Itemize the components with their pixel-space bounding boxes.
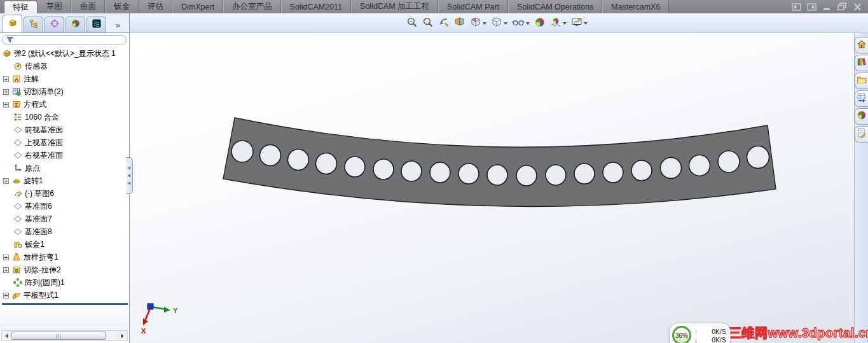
tree-root-label: 弹2 (默认<<默认>_显示状态 1 xyxy=(14,48,116,59)
annotations-icon: A xyxy=(11,74,21,84)
zoom-to-fit-button[interactable] xyxy=(406,16,418,31)
model-canvas[interactable]: Y X xyxy=(130,33,854,343)
scroll-left-icon[interactable] xyxy=(2,331,11,340)
edit-appearance-button[interactable] xyxy=(534,16,546,31)
tree-item-label: 原点 xyxy=(25,163,40,174)
taskpane-design-library-button[interactable] xyxy=(855,55,868,71)
tree-horizontal-scrollbar[interactable] xyxy=(1,330,128,341)
panel-tab-propertymanager[interactable] xyxy=(24,17,43,32)
progress-gauge[interactable]: 36% xyxy=(672,326,691,343)
collapse-right-pane-icon[interactable] xyxy=(806,3,817,11)
tree-item-2[interactable]: 切割清单(2) xyxy=(2,85,129,98)
site-watermark: 三维网www.3dportal.cn xyxy=(729,325,868,342)
expand-plus-icon[interactable] xyxy=(3,255,9,260)
zoom-to-area-button[interactable] xyxy=(422,16,434,31)
view-orientation-button[interactable] xyxy=(469,16,487,31)
tree-item-12[interactable]: 基准面7 xyxy=(2,213,129,225)
tree-filter[interactable] xyxy=(2,35,127,45)
tree-item-10[interactable]: (-) 草图6 xyxy=(2,187,129,200)
expand-plus-icon[interactable] xyxy=(3,178,9,184)
section-view-button[interactable] xyxy=(453,16,466,31)
command-tab-9[interactable]: SolidCAM Part xyxy=(438,0,508,13)
view-orientation-icon xyxy=(470,17,481,31)
dropdown-caret-icon[interactable] xyxy=(483,22,486,25)
command-tab-4[interactable]: 评估 xyxy=(139,0,172,13)
hide-show-items-button[interactable] xyxy=(511,16,530,31)
command-tab-3[interactable]: 钣金 xyxy=(105,0,139,13)
command-tab-0[interactable]: 特征 xyxy=(4,1,38,13)
sketch-icon xyxy=(13,189,22,199)
tree-item-17[interactable]: 阵列(圆周)1 xyxy=(2,276,129,289)
view-settings-button[interactable] xyxy=(570,16,588,31)
tree-item-15[interactable]: 放样折弯1 xyxy=(2,251,129,263)
panel-tab-displaymanager[interactable] xyxy=(65,17,85,32)
scroll-right-icon[interactable] xyxy=(118,331,127,340)
command-tab-7[interactable]: SolidCAM2011 xyxy=(281,0,351,13)
command-tab-2[interactable]: 曲面 xyxy=(71,0,105,13)
flat-pattern-icon xyxy=(11,291,21,300)
minimize-button[interactable] xyxy=(822,3,832,11)
taskpane-appearances-scenes-button[interactable] xyxy=(855,108,868,125)
tree-item-11[interactable]: 基准面6 xyxy=(2,200,129,213)
tree-item-label: 平板型式1 xyxy=(24,290,59,301)
tree-item-7[interactable]: 右视基准面 xyxy=(2,149,129,162)
dropdown-caret-icon[interactable] xyxy=(584,22,588,25)
apply-scene-button[interactable] xyxy=(549,16,567,31)
tree-item-14[interactable]: 钣金1 xyxy=(2,238,129,251)
tree-item-3[interactable]: Σ方程式 xyxy=(2,98,129,111)
display-style-button[interactable] xyxy=(490,16,508,31)
tree-item-4[interactable]: 1060 合金 xyxy=(2,111,129,123)
command-tab-5[interactable]: DimXpert xyxy=(172,0,223,13)
command-tab-label: SolidCAM Part xyxy=(447,3,499,11)
svg-text:A: A xyxy=(14,76,18,83)
panel-tabs-overflow-button[interactable]: » xyxy=(116,20,120,30)
taskpane-view-palette-button[interactable] xyxy=(855,90,868,107)
tree-item-8[interactable]: 原点 xyxy=(2,162,129,174)
sheet-metal-model[interactable] xyxy=(223,118,776,206)
panel-tab-featuremanager[interactable] xyxy=(3,15,22,32)
dropdown-caret-icon[interactable] xyxy=(526,22,530,25)
expand-plus-icon[interactable] xyxy=(3,89,9,95)
tree-item-0[interactable]: 传感器 xyxy=(2,60,129,73)
tree-filter-input[interactable] xyxy=(16,36,122,44)
displaymanager-icon xyxy=(71,19,80,31)
taskpane-solidworks-resources-button[interactable] xyxy=(855,37,868,53)
tree-item-6[interactable]: 上视基准面 xyxy=(2,136,129,149)
graphics-viewport[interactable]: Y X xyxy=(130,33,854,343)
command-tab-6[interactable]: 办公室产品 xyxy=(223,0,281,13)
command-tab-1[interactable]: 草图 xyxy=(38,0,71,13)
command-tab-8[interactable]: SolidCAM 加工工程 xyxy=(351,0,438,13)
restore-button[interactable] xyxy=(837,3,848,11)
scrollbar-thumb[interactable] xyxy=(11,332,106,340)
tree-item-16[interactable]: 切除-拉伸2 xyxy=(2,263,129,276)
tree-item-5[interactable]: 前视基准面 xyxy=(2,123,129,136)
panel-splitter-handle[interactable] xyxy=(126,157,133,194)
tree-root-item[interactable]: 弹2 (默认<<默认>_显示状态 1 xyxy=(2,47,129,60)
dropdown-caret-icon[interactable] xyxy=(504,22,507,25)
command-tab-label: 办公室产品 xyxy=(232,1,272,12)
command-tab-label: SolidCAM 加工工程 xyxy=(360,1,429,12)
tree-item-13[interactable]: 基准面8 xyxy=(2,225,129,238)
expand-plus-icon[interactable] xyxy=(3,293,9,298)
dropdown-caret-icon[interactable] xyxy=(563,22,567,25)
taskpane-file-explorer-button[interactable] xyxy=(855,73,868,89)
panel-tab-configurationmanager[interactable] xyxy=(45,17,64,32)
upload-speed: 0K/S xyxy=(712,328,726,335)
command-tab-11[interactable]: MastercamX6 xyxy=(602,0,669,13)
expand-plus-icon[interactable] xyxy=(3,102,9,108)
expand-plus-icon[interactable] xyxy=(3,267,9,273)
tree-item-1[interactable]: A注解 xyxy=(2,73,129,85)
upload-arrow-icon: ↑ xyxy=(694,328,698,335)
collapse-left-pane-icon[interactable] xyxy=(791,3,802,11)
plane-icon xyxy=(13,151,22,160)
panel-tab-dimxpertmanager[interactable] xyxy=(86,17,106,32)
download-speed-widget[interactable]: 36% ↑ 0K/S ↓ 0K/S xyxy=(669,323,731,343)
close-button[interactable] xyxy=(852,3,863,11)
tree-item-18[interactable]: 平板型式1 xyxy=(2,289,129,302)
previous-view-button[interactable] xyxy=(437,16,450,31)
command-tab-10[interactable]: SolidCAM Operations xyxy=(508,0,602,13)
tree-item-9[interactable]: 旋转1 xyxy=(2,174,129,187)
expand-plus-icon[interactable] xyxy=(3,76,9,82)
appearances-icon xyxy=(857,110,867,123)
taskpane-custom-properties-button[interactable] xyxy=(855,126,868,143)
